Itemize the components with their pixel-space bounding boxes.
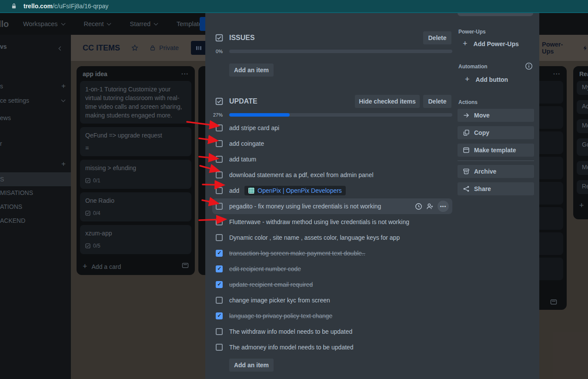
checklist-item-text: edit recipient number code [229, 265, 301, 272]
actions-divider [458, 161, 534, 161]
checklist-item[interactable]: edit recipient number code [212, 261, 452, 277]
checklist-item-text: language to privacy policy text change [229, 312, 332, 319]
checklist-item-text: Dynamic color , site name , assets color… [229, 234, 400, 241]
share-button[interactable]: Share [458, 182, 534, 195]
checklist-item[interactable]: download statement as a pdf, excel from … [212, 167, 452, 183]
link-chip[interactable]: OpenPix | OpenPix Developers [244, 186, 346, 195]
add-powerups-button[interactable]: + Add Power-Ups [463, 39, 519, 48]
checkbox[interactable] [216, 203, 223, 210]
checklist-item-text: add [229, 187, 239, 194]
checklist-item[interactable]: change image picker kyc from screen [212, 292, 452, 308]
sidebar-stub-button[interactable] [458, 13, 533, 16]
checklist-item-text: add stripe card api [229, 124, 279, 131]
checkbox[interactable] [216, 140, 223, 147]
url-path: /c/uFsIFj8a/16-qrpay [53, 3, 108, 10]
checklist-item[interactable]: add coingate [212, 136, 452, 151]
checklist-item-text: add tatum [229, 156, 256, 163]
checklist-item-text: The admoney info model needs to be updat… [229, 344, 354, 351]
lock-icon [11, 3, 17, 9]
card-modal: ISSUES Delete 0% Add an item UPDATE Hide… [205, 13, 539, 379]
make-template-button[interactable]: Make template [458, 144, 534, 157]
item-menu-button[interactable]: ••• [438, 201, 449, 212]
checkbox[interactable] [216, 187, 223, 194]
progress-percent: 27% [205, 112, 223, 117]
checkbox[interactable] [216, 124, 223, 131]
checklist-item[interactable]: add stripe card api [212, 120, 452, 136]
checklist-item-text: Flutterwave - withdraw method using live… [229, 218, 409, 225]
checklist-item[interactable]: Dynamic color , site name , assets color… [212, 230, 452, 245]
checkbox[interactable] [216, 218, 223, 225]
checklist-item[interactable]: add tatum [212, 151, 452, 167]
progress-percent: 0% [205, 49, 223, 54]
checkbox[interactable] [216, 156, 223, 163]
move-button[interactable]: Move [458, 109, 534, 122]
browser-url-bar[interactable]: trello.com /c/uFsIFj8a/16-qrpay [0, 0, 588, 13]
checklist-item-text: add coingate [229, 140, 264, 147]
delete-checklist-button[interactable]: Delete [423, 31, 451, 44]
share-icon [463, 185, 470, 192]
automation-label: Automation [458, 64, 488, 70]
openpix-favicon [248, 188, 254, 194]
checklist-header-issues: ISSUES [215, 31, 255, 44]
assign-member-icon[interactable] [426, 203, 434, 210]
checklist-item[interactable]: Flutterwave - withdraw method using live… [212, 214, 452, 230]
add-item-button[interactable]: Add an item [229, 64, 274, 77]
checklist-icon [215, 97, 223, 105]
checklist-icon [215, 34, 223, 42]
checkbox[interactable] [216, 344, 223, 351]
checklist-item[interactable]: The withdraw info model needs to be upda… [212, 324, 452, 339]
checklist-item-text: pegadito - fix money using live credenti… [229, 203, 381, 210]
checkbox[interactable] [216, 250, 223, 257]
progress-fill [229, 113, 290, 117]
checklist-item[interactable]: pegadito - fix money using live credenti… [212, 198, 452, 214]
checklist-title: UPDATE [229, 97, 257, 105]
item-hover-actions: ••• [415, 201, 449, 212]
due-date-clock-icon[interactable] [415, 203, 422, 210]
copy-icon [463, 129, 470, 136]
checklist-item[interactable]: update recipient email required [212, 277, 452, 292]
checklist-item-text: The withdraw info model needs to be upda… [229, 328, 352, 335]
checklist-title: ISSUES [229, 34, 255, 42]
checklist-item[interactable]: transaction log screen make payment text… [212, 245, 452, 261]
archive-button[interactable]: Archive [458, 165, 534, 178]
powerups-label: Power-Ups [458, 29, 486, 35]
checkbox[interactable] [216, 171, 223, 178]
delete-checklist-button[interactable]: Delete [423, 95, 451, 108]
checklist-item[interactable]: The admoney info model needs to be updat… [212, 339, 452, 355]
hide-checked-items-button[interactable]: Hide checked items [355, 95, 420, 108]
plus-icon: + [463, 39, 468, 48]
trello-app: trello.com /c/uFsIFj8a/16-qrpay llo Work… [0, 0, 588, 379]
checkbox[interactable] [216, 312, 223, 319]
add-item-button[interactable]: Add an item [229, 359, 274, 372]
progress-bar [229, 113, 452, 117]
checkbox[interactable] [216, 297, 223, 304]
actions-label: Actions [458, 99, 478, 105]
archive-icon [463, 168, 470, 175]
checkbox[interactable] [216, 328, 223, 335]
info-icon[interactable] [525, 62, 533, 70]
checkbox[interactable] [216, 281, 223, 288]
checklist-header-update: UPDATE [215, 95, 257, 108]
checklist-item-text: transaction log screen make payment text… [229, 250, 365, 257]
checkbox[interactable] [216, 265, 223, 272]
arrow-right-icon [463, 112, 470, 119]
add-automation-button[interactable]: + Add button [465, 75, 508, 84]
url-host: trello.com [23, 3, 53, 10]
checkbox[interactable] [216, 234, 223, 241]
plus-icon: + [465, 75, 470, 84]
checklist-item-text: download statement as a pdf, excel from … [229, 171, 374, 178]
template-icon [463, 147, 470, 154]
progress-bar [229, 50, 452, 53]
copy-button[interactable]: Copy [458, 126, 534, 139]
checklist-item-text: change image picker kyc from screen [229, 297, 330, 304]
checklist-item-text: update recipient email required [229, 281, 313, 288]
checklist-item[interactable]: language to privacy policy text change [212, 308, 452, 324]
checklist-items: add stripe card api add coingate add tat… [212, 120, 452, 355]
checklist-item[interactable]: add OpenPix | OpenPix Developers [212, 183, 452, 198]
